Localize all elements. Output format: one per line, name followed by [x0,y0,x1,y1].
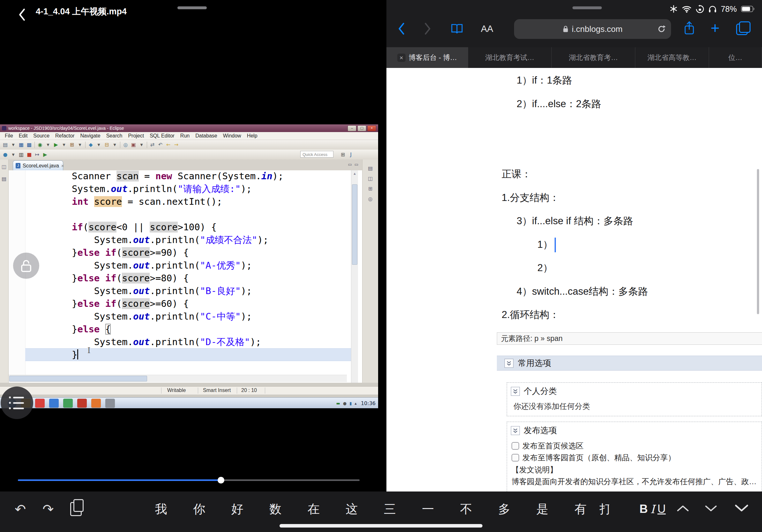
unlock-button[interactable] [13,253,39,279]
new-wizard-icon[interactable]: ▤ [1,141,9,149]
forward-history-icon[interactable]: → [172,141,180,149]
dropdown-icon[interactable]: ▾ [9,141,17,149]
breakpoint-icon[interactable]: ● [1,151,9,159]
editor-text-line[interactable] [497,139,762,163]
view-minmax-icons[interactable]: ▭▭ [348,162,361,167]
candidate-word[interactable]: 我 [142,501,180,517]
bold-button[interactable]: B [638,502,649,516]
next-annotation-icon[interactable]: ⇄ [148,141,156,149]
dropdown-icon[interactable]: ▾ [44,141,52,149]
home-indicator[interactable] [279,524,483,528]
back-icon[interactable] [17,8,28,21]
address-bar[interactable]: i.cnblogs.com [514,19,671,39]
video-scrubber[interactable] [18,479,360,481]
search-icon[interactable]: ◎ [121,141,129,149]
minimize-icon[interactable]: – [347,125,356,131]
network-icon[interactable]: ▮ [349,401,352,406]
editor-text-line[interactable]: 3）if...else if 结构：多条路 [497,209,762,233]
menu-window[interactable]: Window [220,133,244,139]
candidate-word[interactable]: 好 [218,501,257,517]
safari-tab[interactable]: 湖北教育考试… [468,47,552,68]
editor-text-line[interactable]: 4）switch...case结构：多条路 [497,280,762,303]
dropdown-icon[interactable]: ▾ [95,141,103,149]
synchronize-view-icon[interactable]: ◎ [366,195,374,203]
powerpoint-icon[interactable] [91,399,101,408]
editor-text-line[interactable]: 2）if....else：2条路 [497,92,762,116]
reload-icon[interactable] [657,25,666,33]
checkbox[interactable] [511,454,519,461]
checkbox[interactable] [511,442,519,450]
terminate-icon[interactable]: ■ [25,151,33,159]
editor-text-line[interactable]: 1）if：1条路 [497,69,762,92]
chevron-up-icon[interactable] [676,504,690,512]
chevron-down-icon[interactable] [704,504,718,512]
reader-options-button[interactable]: AA [481,24,493,34]
menu-file[interactable]: File [2,133,16,139]
candidate-word[interactable]: 三 [371,501,409,517]
editor-text-line[interactable]: 正课： [497,162,762,186]
minimized-view-icon[interactable]: ⊞ [366,185,374,193]
dropdown-icon[interactable]: ▾ [111,141,119,149]
candidate-word[interactable]: 这 [333,501,371,517]
tabs-overview-icon[interactable] [736,24,748,35]
collapse-chevron-icon[interactable] [511,426,520,435]
candidate-word[interactable]: 一 [409,501,447,517]
menu-sql-editor[interactable]: SQL Editor [147,133,178,139]
code-editor[interactable]: Scanner scan = new Scanner(System.in);Sy… [9,170,362,383]
candidate-word[interactable]: 有 [562,501,600,517]
scroll-up-icon[interactable]: ▲ [351,170,358,177]
candidate-word[interactable]: 是 [523,501,562,517]
settings-icon[interactable] [105,399,115,408]
restore-view-icon[interactable]: ◫ [0,163,8,171]
undo-icon[interactable]: ↶ [15,501,26,517]
forward-icon[interactable] [423,22,432,35]
battery-icon[interactable]: ▬ [336,401,340,406]
new-tab-button[interactable]: + [711,20,720,36]
new-class-icon[interactable]: ◆ [87,141,95,149]
safari-tab[interactable]: 位… [709,47,762,68]
open-perspective-icon[interactable]: ⊞ [339,151,347,159]
browser-icon[interactable] [49,399,59,408]
editor-horizontal-scrollbar[interactable] [9,375,347,382]
app-green-icon[interactable] [63,399,73,408]
editor-tab[interactable]: J ScoreLevel.java × [13,161,63,170]
paste-icon[interactable] [70,502,82,516]
save-all-icon[interactable]: ▩ [25,141,33,149]
package-explorer-icon[interactable]: ▤ [0,175,8,183]
candidate-word[interactable]: 在 [294,501,333,517]
maximize-icon[interactable]: ▢ [357,125,366,131]
dismiss-keyboard-icon[interactable] [733,503,750,513]
bookmarks-icon[interactable] [451,23,463,34]
video-frame[interactable]: workspace - JSD1903/src/day04/ScoreLevel… [0,124,378,408]
editor-text-line[interactable]: 1） [497,233,762,256]
back-history-icon[interactable]: ← [164,141,172,149]
dropdown-icon[interactable]: ▾ [76,141,84,149]
step-over-icon[interactable]: ↦ [33,151,41,159]
window-drag-handle[interactable] [572,6,602,9]
menu-search[interactable]: Search [104,133,125,139]
save-icon[interactable]: ▦ [17,141,25,149]
candidate-word[interactable]: 数 [257,501,295,517]
tab-close-icon[interactable]: × [61,163,64,168]
candidate-word[interactable]: 多 [485,501,524,517]
menu-run[interactable]: Run [178,133,192,139]
scrollbar-thumb[interactable] [9,376,147,381]
run-icon[interactable]: ▶ [52,141,60,149]
collapse-chevron-icon[interactable] [504,359,513,368]
redo-icon[interactable]: ↷ [42,501,54,517]
outline-view-icon[interactable]: ▤ [366,164,374,172]
menu-navigate[interactable]: Navigate [78,133,104,139]
scrubber-knob[interactable] [218,477,224,484]
task-list-view-icon[interactable]: ◫ [366,174,374,183]
quick-access-input[interactable]: Quick Access [300,151,334,158]
editor-text-line[interactable]: 2） [497,256,762,280]
new-package-icon[interactable]: ⊟ [103,141,111,149]
dropdown-icon[interactable]: ▾ [9,151,17,159]
candidate-word[interactable]: 打 [600,501,609,517]
candidate-word[interactable]: 你 [180,501,219,517]
share-icon[interactable] [684,21,695,35]
menu-project[interactable]: Project [125,133,147,139]
java-perspective-icon[interactable]: J [347,151,355,159]
qq-icon[interactable] [35,399,45,408]
menu-refactor[interactable]: Refactor [52,133,77,139]
